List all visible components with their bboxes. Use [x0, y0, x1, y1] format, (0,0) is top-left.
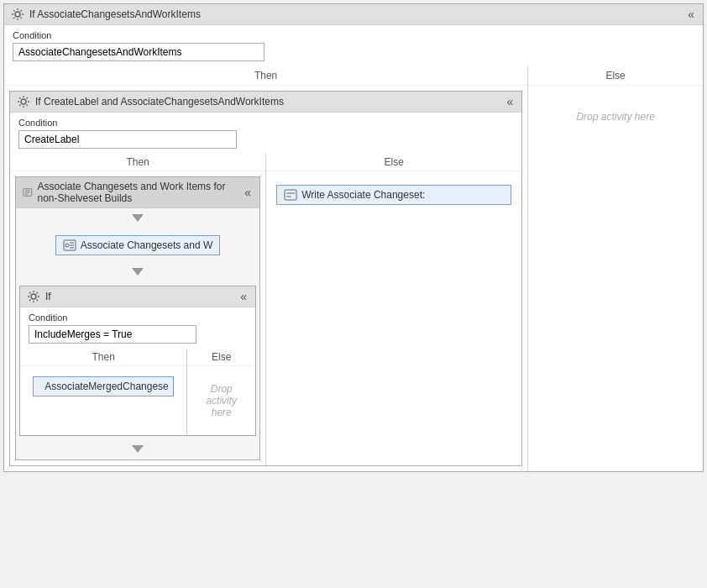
gear-icon-3 [27, 290, 40, 303]
root-container: If AssociateChangesetsAndWorkItems « Con… [0, 0, 707, 588]
svg-rect-15 [285, 190, 296, 200]
root-then-label: Then [4, 66, 527, 86]
associate-activity-container: Associate Changesets and W [16, 228, 259, 262]
if3-else-label: Else [187, 349, 255, 366]
if3-title: If [45, 291, 51, 302]
sequence-panel: Associate Changesets and Work Items for … [15, 176, 260, 460]
if2-collapse-button[interactable]: « [505, 95, 515, 108]
write-assoc-icon [284, 189, 297, 201]
seq-header: Associate Changesets and Work Items for … [16, 177, 259, 208]
if2-then-label: Then [10, 154, 265, 171]
root-else-label: Else [528, 66, 703, 86]
arrow-3 [16, 439, 259, 459]
assoc-merged-container: AssociateMergedChangese [20, 366, 186, 407]
svg-point-11 [31, 294, 36, 299]
if3-else-column: Else Drop activity here [187, 349, 255, 435]
root-else-column: Else Drop activity here [528, 66, 703, 471]
if3-header-left: If [27, 290, 51, 303]
if3-condition-section: Condition [20, 307, 255, 349]
root-condition-label: Condition [13, 30, 694, 40]
if3-panel: If « Condition [19, 286, 256, 436]
associate-activity-label: Associate Changesets and W [81, 239, 212, 251]
root-then-column: Then If CreateLabel and AssociateChanges… [4, 66, 528, 471]
gear-icon [11, 8, 24, 21]
activity-icon-1 [63, 239, 76, 251]
if3-then-column: Then [20, 349, 187, 435]
if2-header: If CreateLabel and AssociateChangesetsAn… [10, 92, 521, 113]
if3-collapse-button[interactable]: « [238, 290, 249, 303]
root-panel: If AssociateChangesetsAndWorkItems « Con… [3, 3, 704, 472]
root-collapse-button[interactable]: « [686, 8, 696, 21]
write-assoc-label: Write Associate Changeset: [301, 189, 425, 201]
arrow-1 [16, 208, 259, 228]
svg-point-7 [65, 244, 69, 247]
gear-icon-2 [17, 95, 30, 108]
if3-header: If « [20, 286, 255, 307]
root-panel-header: If AssociateChangesetsAndWorkItems « [4, 4, 703, 25]
if2-condition-input[interactable] [18, 130, 237, 149]
associate-activity[interactable]: Associate Changesets and W [55, 235, 220, 255]
root-header-left: If AssociateChangesetsAndWorkItems [11, 8, 201, 21]
if2-then-column: Then [10, 154, 266, 465]
arrow-2 [16, 262, 259, 282]
if2-panel: If CreateLabel and AssociateChangesetsAn… [9, 91, 522, 466]
seq-header-left: Associate Changesets and Work Items for … [23, 181, 243, 204]
root-body: Then If CreateLabel and AssociateChanges… [4, 66, 703, 471]
svg-point-1 [21, 99, 26, 104]
if3-then-label: Then [20, 349, 186, 366]
seq-icon [23, 186, 33, 198]
assoc-merged-label: AssociateMergedChangese [45, 381, 168, 392]
assoc-merged-activity[interactable]: AssociateMergedChangese [33, 376, 174, 396]
if3-condition-input[interactable] [29, 325, 196, 344]
write-assoc-container: Write Associate Changeset: [266, 171, 521, 218]
if2-condition-label: Condition [18, 118, 513, 128]
if2-header-left: If CreateLabel and AssociateChangesetsAn… [17, 95, 284, 108]
svg-point-0 [15, 12, 20, 17]
root-panel-title: If AssociateChangesetsAndWorkItems [29, 8, 201, 20]
drop-zone-1[interactable]: Drop activity here [187, 366, 255, 435]
if2-body: Then [10, 154, 521, 465]
if2-condition-section: Condition [10, 113, 521, 154]
if2-else-column: Else Write Associate Changeset: [266, 154, 521, 465]
write-assoc-activity[interactable]: Write Associate Changeset: [276, 185, 511, 205]
root-condition-section: Condition [4, 25, 703, 66]
root-condition-input[interactable] [13, 43, 264, 61]
seq-title: Associate Changesets and Work Items for … [38, 181, 244, 204]
if2-else-label: Else [266, 154, 521, 171]
if3-body: Then [20, 349, 255, 435]
seq-collapse-button[interactable]: « [243, 186, 253, 199]
drop-zone-root-else[interactable]: Drop activity here [528, 86, 703, 338]
if3-condition-label: Condition [29, 312, 247, 323]
if2-title: If CreateLabel and AssociateChangesetsAn… [35, 96, 284, 108]
